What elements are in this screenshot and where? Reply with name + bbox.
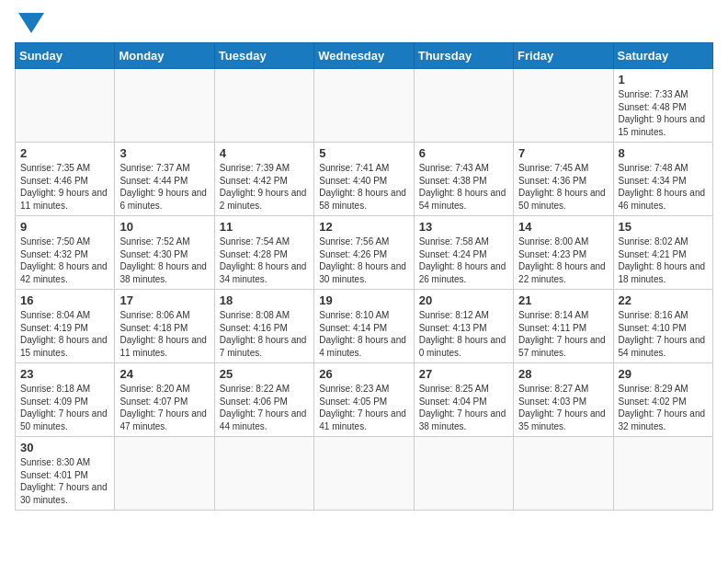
day-number: 27 xyxy=(419,367,508,381)
day-info: Sunrise: 8:16 AM Sunset: 4:10 PM Dayligh… xyxy=(619,309,708,359)
day-number: 1 xyxy=(619,73,708,86)
day-info: Sunrise: 8:08 AM Sunset: 4:16 PM Dayligh… xyxy=(220,309,309,359)
week-row-5: 23Sunrise: 8:18 AM Sunset: 4:09 PM Dayli… xyxy=(16,363,713,437)
day-info: Sunrise: 7:50 AM Sunset: 4:32 PM Dayligh… xyxy=(20,236,109,285)
week-row-3: 9Sunrise: 7:50 AM Sunset: 4:32 PM Daylig… xyxy=(16,216,713,290)
day-number: 21 xyxy=(518,293,608,307)
calendar-cell: 30Sunrise: 8:30 AM Sunset: 4:01 PM Dayli… xyxy=(16,437,115,511)
day-info: Sunrise: 7:45 AM Sunset: 4:36 PM Dayligh… xyxy=(518,162,608,212)
day-info: Sunrise: 8:14 AM Sunset: 4:11 PM Dayligh… xyxy=(518,309,608,359)
day-number: 8 xyxy=(619,146,708,160)
day-number: 2 xyxy=(20,146,109,160)
day-info: Sunrise: 8:27 AM Sunset: 4:03 PM Dayligh… xyxy=(518,383,608,432)
calendar-cell: 18Sunrise: 8:08 AM Sunset: 4:16 PM Dayli… xyxy=(214,290,313,363)
svg-marker-0 xyxy=(18,13,44,33)
day-info: Sunrise: 8:29 AM Sunset: 4:02 PM Dayligh… xyxy=(619,383,708,432)
calendar-cell: 14Sunrise: 8:00 AM Sunset: 4:23 PM Dayli… xyxy=(514,216,613,290)
day-info: Sunrise: 7:39 AM Sunset: 4:42 PM Dayligh… xyxy=(220,162,309,212)
day-number: 30 xyxy=(20,441,109,454)
calendar-cell: 22Sunrise: 8:16 AM Sunset: 4:10 PM Dayli… xyxy=(613,290,712,363)
day-info: Sunrise: 7:52 AM Sunset: 4:30 PM Dayligh… xyxy=(119,236,209,285)
day-number: 26 xyxy=(319,367,408,381)
week-row-6: 30Sunrise: 8:30 AM Sunset: 4:01 PM Dayli… xyxy=(16,437,713,511)
calendar-cell: 2Sunrise: 7:35 AM Sunset: 4:46 PM Daylig… xyxy=(16,143,115,216)
calendar-cell: 13Sunrise: 7:58 AM Sunset: 4:24 PM Dayli… xyxy=(414,216,513,290)
calendar-cell xyxy=(115,437,214,511)
day-number: 15 xyxy=(619,220,708,234)
calendar-cell xyxy=(514,437,613,511)
calendar-cell: 16Sunrise: 8:04 AM Sunset: 4:19 PM Dayli… xyxy=(16,290,115,363)
calendar-cell xyxy=(16,69,115,143)
weekday-header-tuesday: Tuesday xyxy=(214,43,313,69)
day-info: Sunrise: 8:20 AM Sunset: 4:07 PM Dayligh… xyxy=(119,383,209,432)
logo xyxy=(15,15,44,33)
day-number: 11 xyxy=(220,220,309,234)
day-number: 6 xyxy=(419,146,508,160)
calendar-cell: 1Sunrise: 7:33 AM Sunset: 4:48 PM Daylig… xyxy=(613,69,712,143)
day-info: Sunrise: 8:02 AM Sunset: 4:21 PM Dayligh… xyxy=(619,236,708,285)
week-row-2: 2Sunrise: 7:35 AM Sunset: 4:46 PM Daylig… xyxy=(16,143,713,216)
week-row-4: 16Sunrise: 8:04 AM Sunset: 4:19 PM Dayli… xyxy=(16,290,713,363)
day-info: Sunrise: 7:58 AM Sunset: 4:24 PM Dayligh… xyxy=(419,236,508,285)
calendar-cell xyxy=(214,437,313,511)
day-info: Sunrise: 7:43 AM Sunset: 4:38 PM Dayligh… xyxy=(419,162,508,212)
day-number: 16 xyxy=(20,293,109,307)
day-number: 20 xyxy=(419,293,508,307)
calendar-cell xyxy=(314,69,414,143)
day-info: Sunrise: 7:37 AM Sunset: 4:44 PM Dayligh… xyxy=(119,162,209,212)
calendar-cell: 29Sunrise: 8:29 AM Sunset: 4:02 PM Dayli… xyxy=(613,363,712,437)
calendar-cell: 21Sunrise: 8:14 AM Sunset: 4:11 PM Dayli… xyxy=(514,290,613,363)
calendar-cell: 4Sunrise: 7:39 AM Sunset: 4:42 PM Daylig… xyxy=(214,143,313,216)
day-info: Sunrise: 8:22 AM Sunset: 4:06 PM Dayligh… xyxy=(220,383,309,432)
day-number: 4 xyxy=(220,146,309,160)
logo-icon xyxy=(18,13,44,33)
calendar-cell xyxy=(613,437,712,511)
day-number: 5 xyxy=(319,146,408,160)
day-info: Sunrise: 8:23 AM Sunset: 4:05 PM Dayligh… xyxy=(319,383,408,432)
calendar-cell: 9Sunrise: 7:50 AM Sunset: 4:32 PM Daylig… xyxy=(16,216,115,290)
weekday-header-wednesday: Wednesday xyxy=(314,43,414,69)
day-number: 3 xyxy=(119,146,209,160)
page-header xyxy=(15,15,713,33)
weekday-header-monday: Monday xyxy=(115,43,214,69)
day-info: Sunrise: 8:06 AM Sunset: 4:18 PM Dayligh… xyxy=(119,309,209,359)
weekday-header-row: SundayMondayTuesdayWednesdayThursdayFrid… xyxy=(16,43,713,69)
day-info: Sunrise: 8:30 AM Sunset: 4:01 PM Dayligh… xyxy=(20,456,109,506)
calendar-cell xyxy=(115,69,214,143)
week-row-1: 1Sunrise: 7:33 AM Sunset: 4:48 PM Daylig… xyxy=(16,69,713,143)
calendar-cell xyxy=(514,69,613,143)
calendar-cell: 15Sunrise: 8:02 AM Sunset: 4:21 PM Dayli… xyxy=(613,216,712,290)
calendar-cell: 19Sunrise: 8:10 AM Sunset: 4:14 PM Dayli… xyxy=(314,290,414,363)
calendar-cell: 24Sunrise: 8:20 AM Sunset: 4:07 PM Dayli… xyxy=(115,363,214,437)
day-number: 18 xyxy=(220,293,309,307)
day-info: Sunrise: 8:25 AM Sunset: 4:04 PM Dayligh… xyxy=(419,383,508,432)
calendar-cell: 20Sunrise: 8:12 AM Sunset: 4:13 PM Dayli… xyxy=(414,290,513,363)
calendar-table: SundayMondayTuesdayWednesdayThursdayFrid… xyxy=(15,42,713,511)
calendar-cell: 10Sunrise: 7:52 AM Sunset: 4:30 PM Dayli… xyxy=(115,216,214,290)
calendar-cell: 8Sunrise: 7:48 AM Sunset: 4:34 PM Daylig… xyxy=(613,143,712,216)
calendar-cell xyxy=(414,437,513,511)
day-number: 10 xyxy=(119,220,209,234)
day-info: Sunrise: 7:41 AM Sunset: 4:40 PM Dayligh… xyxy=(319,162,408,212)
calendar-cell: 7Sunrise: 7:45 AM Sunset: 4:36 PM Daylig… xyxy=(514,143,613,216)
day-info: Sunrise: 8:12 AM Sunset: 4:13 PM Dayligh… xyxy=(419,309,508,359)
calendar-cell: 11Sunrise: 7:54 AM Sunset: 4:28 PM Dayli… xyxy=(214,216,313,290)
day-number: 12 xyxy=(319,220,408,234)
calendar-cell: 5Sunrise: 7:41 AM Sunset: 4:40 PM Daylig… xyxy=(314,143,414,216)
calendar-cell: 27Sunrise: 8:25 AM Sunset: 4:04 PM Dayli… xyxy=(414,363,513,437)
day-info: Sunrise: 7:35 AM Sunset: 4:46 PM Dayligh… xyxy=(20,162,109,212)
calendar-cell: 6Sunrise: 7:43 AM Sunset: 4:38 PM Daylig… xyxy=(414,143,513,216)
calendar-cell: 12Sunrise: 7:56 AM Sunset: 4:26 PM Dayli… xyxy=(314,216,414,290)
day-number: 13 xyxy=(419,220,508,234)
day-number: 29 xyxy=(619,367,708,381)
calendar-cell xyxy=(414,69,513,143)
day-info: Sunrise: 8:00 AM Sunset: 4:23 PM Dayligh… xyxy=(518,236,608,285)
day-info: Sunrise: 8:04 AM Sunset: 4:19 PM Dayligh… xyxy=(20,309,109,359)
weekday-header-thursday: Thursday xyxy=(414,43,513,69)
day-info: Sunrise: 7:56 AM Sunset: 4:26 PM Dayligh… xyxy=(319,236,408,285)
day-number: 7 xyxy=(518,146,608,160)
day-info: Sunrise: 8:10 AM Sunset: 4:14 PM Dayligh… xyxy=(319,309,408,359)
calendar-cell: 3Sunrise: 7:37 AM Sunset: 4:44 PM Daylig… xyxy=(115,143,214,216)
calendar-cell xyxy=(314,437,414,511)
day-number: 23 xyxy=(20,367,109,381)
